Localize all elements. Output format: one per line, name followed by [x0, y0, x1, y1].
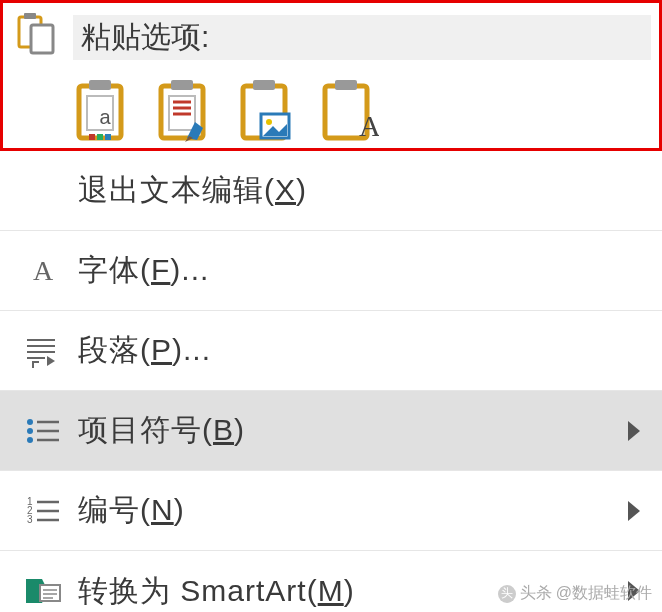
menu-item-exit-text-edit[interactable]: 退出文本编辑(X) [0, 151, 662, 231]
paste-option-picture[interactable] [239, 80, 287, 138]
svg-rect-8 [97, 134, 103, 140]
svg-point-30 [27, 437, 33, 443]
paste-clipboard-icon [13, 11, 59, 64]
svg-text:a: a [99, 106, 111, 128]
menu-item-paragraph[interactable]: 段落(P)... [0, 311, 662, 391]
menu-label: 项目符号(B) [78, 410, 628, 451]
paste-options-row: a [11, 74, 651, 138]
paste-options-section: 粘贴选项: a [0, 0, 662, 151]
svg-rect-11 [171, 80, 193, 90]
watermark-icon: 头 [498, 585, 516, 603]
menu-item-font[interactable]: A 字体(F)... [0, 231, 662, 311]
chevron-right-icon [628, 501, 640, 521]
menu-label: 字体(F)... [78, 250, 640, 291]
svg-point-19 [266, 119, 272, 125]
menu-item-bullets[interactable]: 项目符号(B) [0, 391, 662, 471]
svg-rect-17 [253, 80, 275, 90]
bullets-icon [8, 416, 78, 446]
paragraph-icon [8, 334, 78, 368]
menu-label: 编号(N) [78, 490, 628, 531]
menu-label: 段落(P)... [78, 330, 640, 371]
svg-rect-9 [105, 134, 111, 140]
svg-point-29 [27, 428, 33, 434]
svg-rect-2 [31, 25, 53, 53]
menu-label: 退出文本编辑(X) [78, 170, 640, 211]
svg-text:3: 3 [27, 514, 33, 525]
paste-header: 粘贴选项: [11, 7, 651, 74]
letter-a-icon: A [8, 254, 78, 288]
smartart-icon [8, 575, 78, 607]
context-menu: 粘贴选项: a [0, 0, 662, 612]
paste-options-title: 粘贴选项: [73, 15, 651, 60]
chevron-right-icon [628, 421, 640, 441]
svg-rect-1 [24, 13, 36, 19]
paste-option-text-only[interactable]: A [321, 80, 369, 138]
svg-text:A: A [359, 109, 379, 142]
svg-rect-4 [89, 80, 111, 90]
svg-rect-7 [89, 134, 95, 140]
menu-item-numbering[interactable]: 1 2 3 编号(N) [0, 471, 662, 551]
paste-option-keep-source[interactable]: a [75, 80, 123, 138]
svg-text:A: A [33, 255, 54, 286]
watermark-prefix: 头杀 [520, 583, 552, 604]
svg-rect-21 [335, 80, 357, 90]
svg-point-28 [27, 419, 33, 425]
watermark-author: @数据蛙软件 [556, 583, 652, 604]
numbering-icon: 1 2 3 [8, 496, 78, 526]
paste-option-merge-formatting[interactable] [157, 80, 205, 138]
watermark: 头 头杀 @数据蛙软件 [498, 583, 652, 604]
